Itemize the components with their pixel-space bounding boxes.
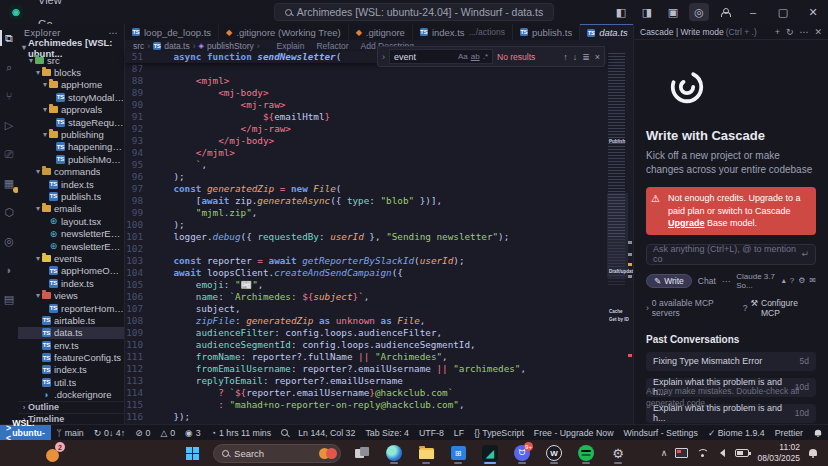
code-line-98[interactable]: 98 [await zip.generateAsync({ type: "blo…: [125, 195, 607, 207]
status--biome-1-9-4[interactable]: ✓ Biome 1.9.4: [703, 428, 770, 438]
regex-icon[interactable]: .*: [483, 52, 488, 61]
remote-indicator[interactable]: >< WSL: ubuntu-24.04: [0, 425, 51, 440]
file-explorer-icon[interactable]: [415, 442, 437, 464]
code-line-90[interactable]: 90 <mj-raw>: [125, 99, 607, 111]
breadcrumb-item-publishstory[interactable]: publishStory: [207, 41, 254, 51]
code-line-102[interactable]: 102: [125, 243, 607, 255]
code-line-103[interactable]: 103 const reporter = await getReporterBy…: [125, 255, 607, 267]
model-chevron-icon[interactable]: ▴: [782, 276, 786, 285]
tree-item-data-ts[interactable]: TSdata.ts: [18, 327, 124, 339]
mcp-expand-icon[interactable]: ›: [646, 303, 649, 313]
tree-item-blocks[interactable]: ▾blocks: [18, 66, 124, 78]
tree-item--dockerignore[interactable]: ◗.dockerignore: [18, 389, 124, 401]
submit-icon[interactable]: ↵: [801, 249, 809, 259]
tab-index-ts[interactable]: TSindex.ts.../actions: [413, 24, 513, 40]
start-button[interactable]: [181, 442, 203, 464]
status-windsurf-settings[interactable]: Windsurf - Settings: [619, 428, 703, 438]
whole-word-icon[interactable]: ab: [471, 52, 480, 61]
section-outline[interactable]: ›Outline: [18, 401, 124, 413]
battery-icon[interactable]: [735, 449, 749, 457]
code-line-108[interactable]: 108 zipFile: generatedZip as unknown as …: [125, 315, 607, 327]
code-line-94[interactable]: 94 </mjml>: [125, 147, 607, 159]
status-branch[interactable]: ᛘmain: [51, 428, 88, 438]
code-line-111[interactable]: 111 fromName: reporter?.fullName || "Arc…: [125, 351, 607, 363]
screen-cast-icon[interactable]: [675, 448, 688, 458]
code-line-112[interactable]: 112 fromEmailUsername: reporter?.emailUs…: [125, 363, 607, 375]
code-line-92[interactable]: 92 </mj-raw>: [125, 123, 607, 135]
codelens-refactor[interactable]: Refactor: [316, 41, 348, 51]
taskbar-clock[interactable]: 11:02 08/03/2025: [757, 442, 800, 463]
conversation-item[interactable]: Fixing Type Mismatch Error5d: [646, 352, 816, 371]
configure-mcp-button[interactable]: ⚒ Configure MCP: [750, 298, 816, 318]
codelens-explain[interactable]: Explain: [277, 41, 305, 51]
code-line-104[interactable]: 104 await loopsClient.createAndSendCampa…: [125, 267, 607, 279]
status-notifications-bell-icon[interactable]: [808, 428, 828, 438]
breadcrumb-item-data.ts[interactable]: data.ts: [164, 41, 190, 51]
status-tab-size-4[interactable]: Tab Size: 4: [360, 428, 414, 438]
toggle-panel-left-icon[interactable]: ◧: [608, 0, 634, 24]
window-maximize-button[interactable]: ▢: [768, 0, 798, 24]
match-case-icon[interactable]: Aa: [458, 52, 468, 61]
code-line-116[interactable]: 116 });: [125, 411, 607, 423]
source-control-icon[interactable]: ⑂: [1, 88, 17, 104]
help-icon[interactable]: ?: [790, 276, 794, 285]
tree-item-stagerequest-[interactable]: TSstageRequest...: [18, 116, 124, 128]
find-previous-icon[interactable]: ↑: [563, 52, 568, 62]
tree-item-index-ts[interactable]: TSindex.ts: [18, 277, 124, 289]
tree-item-featureconfig-ts[interactable]: TSfeatureConfig.ts: [18, 351, 124, 363]
code-line-106[interactable]: 106 name: `Archimedes: ${subject}`,: [125, 291, 607, 303]
tab-loop-de-loop-ts[interactable]: TSloop_de_loop.ts: [125, 24, 219, 40]
taskbar-search[interactable]: Search: [213, 444, 341, 463]
tab--gitignore[interactable]: ◆.gitignore: [349, 24, 413, 40]
code-line-95[interactable]: 95 `,: [125, 159, 607, 171]
code-line-93[interactable]: 93 </mj-body>: [125, 135, 607, 147]
tree-item-newsletteremai-[interactable]: ⊛newsletterEmai...: [18, 240, 124, 252]
tree-item-apphome[interactable]: ▾appHome: [18, 79, 124, 91]
windsurf-taskbar-icon[interactable]: ◢: [479, 442, 501, 464]
tree-item-views[interactable]: ▾views: [18, 289, 124, 301]
tree-item-commands[interactable]: ▾commands: [18, 166, 124, 178]
cascade-toggle-icon[interactable]: ◎: [689, 3, 709, 21]
extensions-icon[interactable]: ▦: [1, 175, 17, 191]
widgets-button[interactable]: 2: [46, 444, 64, 462]
tree-item-happeningsm-[interactable]: TShappeningsM...: [18, 141, 124, 153]
discord-icon[interactable]: ᗢ9+: [511, 442, 533, 464]
tree-item-reporterhome-ts[interactable]: TSreporterHome.ts: [18, 302, 124, 314]
code-line-105[interactable]: 105 emoji: "📰",: [125, 279, 607, 291]
find-next-icon[interactable]: ↓: [573, 52, 578, 62]
notifications-bell-icon[interactable]: [808, 448, 818, 458]
new-conversation-icon[interactable]: +: [775, 27, 780, 37]
tab-publish-ts[interactable]: TSpublish.ts: [513, 24, 580, 40]
status-windsurf[interactable]: ◉3: [180, 428, 206, 438]
cascade-more-icon[interactable]: ⋯: [799, 27, 808, 37]
chat-mode-button[interactable]: Chat: [698, 276, 716, 286]
explorer-root-folder[interactable]: ▾ Archimedes [WSL: ubunt...: [18, 41, 124, 54]
explorer-icon[interactable]: ⧉: [1, 30, 17, 46]
tree-item-env-ts[interactable]: TSenv.ts: [18, 339, 124, 351]
docker-icon[interactable]: ◗: [1, 262, 17, 278]
find-close-icon[interactable]: ×: [595, 52, 600, 62]
status-free-upgrade-now[interactable]: Free - Upgrade Now: [529, 428, 619, 438]
containers-icon[interactable]: ▤: [1, 291, 17, 307]
feedback-icon[interactable]: ✉: [809, 276, 816, 285]
status-error[interactable]: ⊘0: [130, 428, 155, 438]
cascade-prompt-input[interactable]: Ask anything (Ctrl+L), @ to mention co ↵: [646, 244, 816, 265]
window-close-button[interactable]: ✕: [798, 0, 828, 24]
menu-view[interactable]: View: [31, 0, 90, 12]
breadcrumb-item-src[interactable]: src: [133, 41, 144, 51]
tree-item-newsletteremai-[interactable]: ⊛newsletterEmai...: [18, 227, 124, 239]
code-line-100[interactable]: 100 );: [125, 219, 607, 231]
find-input[interactable]: event Aa ab .*: [389, 49, 493, 64]
code-line-113[interactable]: 113 replyToEmail: reporter?.emailUsernam…: [125, 375, 607, 387]
tree-item-publishing[interactable]: ▾publishing: [18, 128, 124, 140]
run-debug-icon[interactable]: ▷: [1, 117, 17, 133]
toggle-panel-bottom-icon[interactable]: ◨: [634, 0, 660, 24]
code-line-99[interactable]: 99 "mjml.zip",: [125, 207, 607, 219]
w-app-icon[interactable]: W: [543, 442, 565, 464]
tree-item-publishmodal-[interactable]: TSpublishModal...: [18, 153, 124, 165]
code-line-109[interactable]: 109 audienceFilter: config.loops.audienc…: [125, 327, 607, 339]
status-clock[interactable]: ◔1 hrs 11 mins: [206, 428, 276, 438]
tray-chevron-icon[interactable]: ∧: [661, 448, 668, 458]
command-center[interactable]: Archimedes [WSL: ubuntu-24.04] - Windsur…: [274, 3, 554, 21]
tree-item-airtable-ts[interactable]: TSairtable.ts: [18, 314, 124, 326]
